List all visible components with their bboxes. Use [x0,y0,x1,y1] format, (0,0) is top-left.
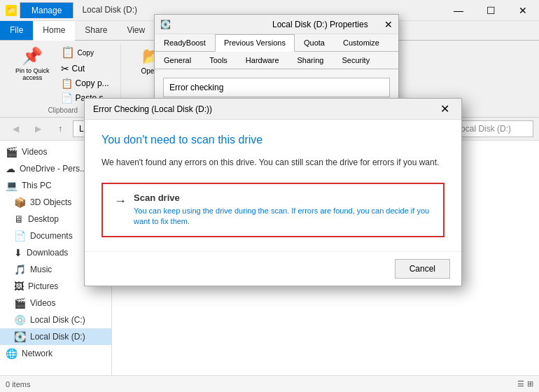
maximize-button[interactable]: ☐ [475,0,507,21]
tab-general[interactable]: General [155,52,200,69]
error-dialog-title-bar: Error Checking (Local Disk (D:)) ✕ [85,99,461,120]
sidebar-label-music: Music [30,265,52,274]
sidebar-item-videos-2[interactable]: 🎬 Videos [0,295,111,312]
up-button[interactable]: ↑ [50,120,70,137]
sidebar-item-locald[interactable]: 💽 Local Disk (D:) [0,328,111,345]
pin-icon: 📌 [22,46,43,66]
tab-quota[interactable]: Quota [295,34,334,51]
error-dialog-title-text: Error Checking (Local Disk (D:)) [93,104,432,114]
properties-title-text: Local Disk (D:) Properties [272,20,380,29]
desktop-icon: 🖥 [14,214,24,225]
sidebar-label-desktop: Desktop [28,214,59,224]
thispc-icon: 💻 [6,180,18,191]
downloads-icon: ⬇ [14,247,22,258]
sidebar-label-videos-2: Videos [30,298,55,308]
scan-drive-description: You can keep using the drive during the … [134,206,432,227]
videos-icon-2: 🎬 [14,298,26,309]
status-text: 0 items [6,380,30,388]
clipboard-items: 📌 Pin to Quickaccess 📋 Copy ✂ Cut [11,43,115,105]
cut-label: Cut [72,64,85,74]
cut-icon: ✂ [61,63,69,74]
sidebar-label-network: Network [22,349,52,358]
properties-tabs-2: General Tools Hardware Sharing Security [155,52,398,69]
status-bar: 0 items ☰ ⊞ [0,375,539,392]
scan-drive-title: Scan drive [134,192,432,203]
scan-drive-option[interactable]: → Scan drive You can keep using the driv… [102,183,444,237]
sidebar-label-documents: Documents [30,231,73,241]
disk-icon-small: 💽 [160,20,268,29]
error-checking-section: Error checking [163,78,390,97]
clipboard-group-label: Clipboard [48,106,78,114]
copy-label: Copy [78,49,94,57]
properties-close-button[interactable]: ✕ [384,19,393,30]
sidebar-label-locald: Local Disk (D:) [30,332,85,342]
error-heading: You don't need to scan this drive [102,134,444,146]
back-button[interactable]: ◀ [6,120,25,137]
error-cancel-button[interactable]: Cancel [395,259,450,279]
pin-label: Pin to Quickaccess [15,67,50,81]
locald-icon: 💽 [14,331,26,342]
paste-shortcut-icon: 📄 [61,92,73,104]
copy-path-label: Copy p... [76,78,109,88]
error-description: We haven't found any errors on this driv… [102,156,444,169]
scan-option-content: Scan drive You can keep using the drive … [134,192,432,227]
tiles-view-icon[interactable]: ⊞ [527,379,533,388]
sidebar-label-3dobjects: 3D Objects [30,197,71,207]
sidebar-label-downloads: Downloads [27,248,68,258]
forward-button[interactable]: ▶ [28,120,48,137]
network-icon: 🌐 [6,348,18,359]
videos-icon-1: 🎬 [6,146,18,158]
error-checking-dialog: Error Checking (Local Disk (D:)) ✕ You d… [84,98,462,286]
error-dialog-close-button[interactable]: ✕ [436,101,453,118]
close-button[interactable]: ✕ [507,0,539,21]
onedrive-icon: ☁ [6,163,15,174]
tab-sharing[interactable]: Sharing [288,52,333,69]
tab-disk-title: Local Disk (D:) [74,2,146,18]
title-bar-controls: — ☐ ✕ [442,0,539,21]
tab-file[interactable]: File [0,21,33,40]
tab-previous-versions-label[interactable]: Previous Versions [215,34,295,52]
sidebar-label-onedrive: OneDrive - Pers... [20,164,87,174]
copy-button[interactable]: 📋 Copy [57,43,115,61]
properties-title-bar: 💽 Local Disk (D:) Properties ✕ [155,15,398,34]
sidebar-label-videos-1: Videos [22,147,47,157]
tab-share[interactable]: Share [75,21,117,40]
details-view-icon[interactable]: ☰ [517,379,524,388]
tab-view[interactable]: View [117,21,155,40]
sidebar-label-localc: Local Disk (C:) [30,315,85,325]
sidebar-label-thispc: This PC [22,181,52,190]
view-icons: ☰ ⊞ [517,379,533,388]
copy-path-button[interactable]: 📋 Copy p... [57,76,115,90]
3dobjects-icon: 📦 [14,197,26,208]
error-dialog-footer: Cancel [85,251,461,286]
minimize-button[interactable]: — [442,0,475,21]
tab-home[interactable]: Home [33,21,75,41]
sidebar-item-network[interactable]: 🌐 Network [0,345,111,362]
tab-tools[interactable]: Tools [200,52,237,69]
cut-button[interactable]: ✂ Cut [57,62,115,76]
sidebar-label-pictures: Pictures [28,281,58,291]
tab-hardware[interactable]: Hardware [237,52,288,69]
tab-security[interactable]: Security [332,52,379,69]
properties-tabs: ReadyBoost Previous Versions Quota Custo… [155,34,398,52]
copy-icon: 📋 [61,46,75,59]
tab-manage[interactable]: Manage [20,2,74,18]
error-dialog-body: You don't need to scan this drive We hav… [85,120,461,251]
tab-customize[interactable]: Customize [334,34,388,51]
tab-readyboost[interactable]: ReadyBoost [155,34,215,51]
sidebar-item-localc[interactable]: 💿 Local Disk (C:) [0,312,111,328]
error-checking-label: Error checking [169,83,223,92]
copy-path-icon: 📋 [61,78,73,89]
documents-icon: 📄 [14,230,26,241]
pin-quick-access-button[interactable]: 📌 Pin to Quickaccess [11,43,54,84]
scan-arrow-icon: → [114,194,127,209]
title-bar-icon: 📁 [6,5,17,16]
music-icon: 🎵 [14,264,26,275]
localc-icon: 💿 [14,314,26,326]
pictures-icon: 🖼 [14,281,24,292]
